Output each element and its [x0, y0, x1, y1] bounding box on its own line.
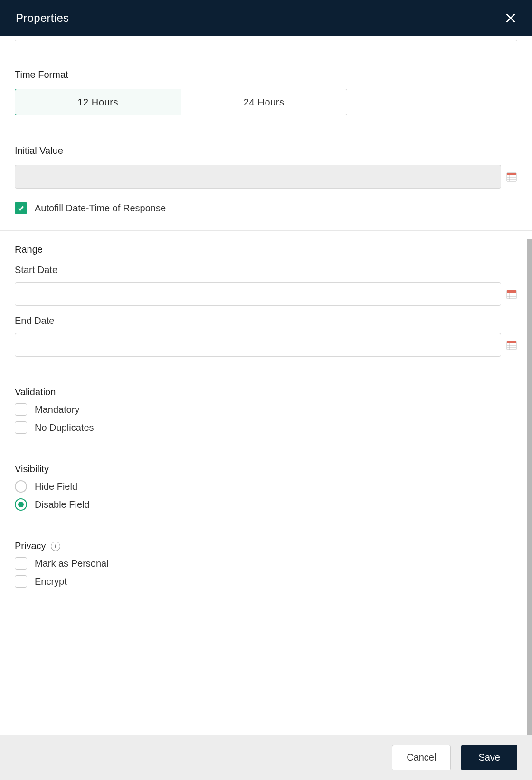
disable-field-row: Disable Field [15, 498, 517, 511]
section-privacy: Privacy i Mark as Personal Encrypt [0, 527, 532, 604]
time-format-title: Time Format [15, 69, 517, 80]
initial-value-input [15, 165, 501, 189]
mark-personal-checkbox[interactable] [15, 557, 27, 570]
spacer [0, 604, 532, 623]
panel-title: Properties [16, 11, 69, 25]
encrypt-row: Encrypt [15, 575, 517, 588]
validation-title: Validation [15, 387, 517, 398]
time-format-toggle: 12 Hours 24 Hours [15, 89, 347, 115]
end-date-label: End Date [15, 315, 517, 326]
section-validation: Validation Mandatory No Duplicates [0, 373, 532, 450]
time-format-24-hours[interactable]: 24 Hours [181, 89, 348, 115]
hide-field-radio[interactable] [15, 480, 27, 493]
mandatory-label: Mandatory [35, 404, 80, 415]
mandatory-checkbox[interactable] [15, 403, 27, 416]
privacy-heading-row: Privacy i [15, 541, 517, 552]
hide-field-label: Hide Field [35, 481, 77, 492]
scrollbar-thumb[interactable] [527, 239, 532, 735]
section-visibility: Visibility Hide Field Disable Field [0, 450, 532, 527]
properties-panel: Properties Time Format 12 Hours 24 Hours… [0, 0, 532, 780]
disable-field-radio[interactable] [15, 498, 27, 511]
end-date-picker[interactable] [506, 339, 517, 351]
privacy-title: Privacy [15, 541, 46, 552]
autofill-label: Autofill Date-Time of Response [35, 203, 166, 214]
end-date-input[interactable] [15, 333, 501, 357]
visibility-title: Visibility [15, 464, 517, 475]
hide-field-row: Hide Field [15, 480, 517, 493]
mandatory-row: Mandatory [15, 403, 517, 416]
start-date-picker[interactable] [506, 288, 517, 300]
range-title: Range [15, 244, 517, 255]
mark-personal-row: Mark as Personal [15, 557, 517, 570]
calendar-icon [506, 289, 517, 299]
autofill-row: Autofill Date-Time of Response [15, 202, 517, 214]
section-time-format: Time Format 12 Hours 24 Hours [0, 56, 532, 132]
initial-value-title: Initial Value [15, 145, 517, 156]
save-button[interactable]: Save [461, 745, 517, 770]
truncated-field-bottom [15, 36, 517, 41]
disable-field-label: Disable Field [35, 499, 90, 510]
section-range: Range Start Date End Date [0, 230, 532, 373]
svg-rect-9 [507, 290, 516, 293]
section-initial-value: Initial Value Autofill Date-Time of Resp… [0, 132, 532, 230]
mark-personal-label: Mark as Personal [35, 558, 109, 569]
encrypt-checkbox[interactable] [15, 575, 27, 588]
panel-footer: Cancel Save [0, 735, 532, 780]
svg-rect-3 [507, 173, 516, 175]
panel-body[interactable]: Time Format 12 Hours 24 Hours Initial Va… [0, 36, 532, 735]
initial-value-row [15, 165, 517, 189]
calendar-icon [506, 340, 517, 350]
no-duplicates-checkbox[interactable] [15, 421, 27, 434]
start-date-label: Start Date [15, 265, 517, 276]
cancel-button[interactable]: Cancel [392, 745, 451, 770]
autofill-checkbox[interactable] [15, 202, 27, 214]
privacy-info-icon[interactable]: i [51, 542, 60, 551]
svg-rect-15 [507, 341, 516, 343]
no-duplicates-row: No Duplicates [15, 421, 517, 434]
time-format-12-hours[interactable]: 12 Hours [15, 89, 181, 115]
scroll-content: Time Format 12 Hours 24 Hours Initial Va… [0, 36, 532, 623]
check-icon [17, 204, 25, 212]
calendar-icon [506, 171, 517, 182]
no-duplicates-label: No Duplicates [35, 422, 94, 433]
end-date-row [15, 333, 517, 357]
encrypt-label: Encrypt [35, 576, 67, 587]
initial-value-date-picker[interactable] [506, 171, 517, 182]
close-icon [504, 12, 517, 24]
start-date-input[interactable] [15, 282, 501, 306]
start-date-row [15, 282, 517, 306]
panel-header: Properties [0, 0, 532, 36]
close-button[interactable] [503, 10, 518, 26]
